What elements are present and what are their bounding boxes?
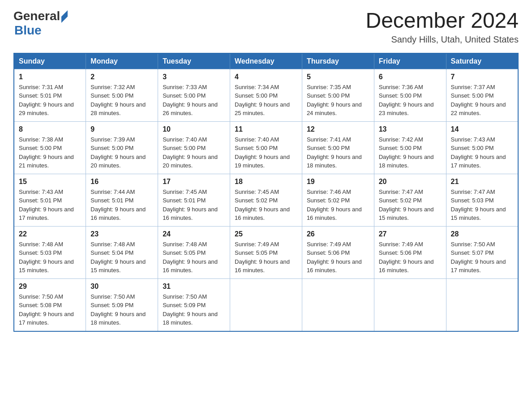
day-info: Sunrise: 7:48 AMSunset: 5:05 PMDaylight:… xyxy=(163,241,218,274)
day-info: Sunrise: 7:50 AMSunset: 5:08 PMDaylight:… xyxy=(19,293,74,326)
day-number: 8 xyxy=(19,125,81,133)
calendar-cell: 7 Sunrise: 7:37 AMSunset: 5:00 PMDayligh… xyxy=(446,69,518,121)
day-info: Sunrise: 7:36 AMSunset: 5:00 PMDaylight:… xyxy=(379,84,434,117)
day-info: Sunrise: 7:49 AMSunset: 5:05 PMDaylight:… xyxy=(235,241,290,274)
calendar-cell xyxy=(374,278,446,331)
calendar-cell: 30 Sunrise: 7:50 AMSunset: 5:09 PMDaylig… xyxy=(86,278,158,331)
day-info: Sunrise: 7:33 AMSunset: 5:00 PMDaylight:… xyxy=(163,84,218,117)
day-info: Sunrise: 7:42 AMSunset: 5:00 PMDaylight:… xyxy=(379,136,434,169)
calendar-cell: 21 Sunrise: 7:47 AMSunset: 5:03 PMDaylig… xyxy=(446,174,518,226)
day-info: Sunrise: 7:49 AMSunset: 5:06 PMDaylight:… xyxy=(379,241,434,274)
calendar-header-monday: Monday xyxy=(86,53,158,69)
month-title: December 2024 xyxy=(365,9,519,33)
day-info: Sunrise: 7:47 AMSunset: 5:03 PMDaylight:… xyxy=(451,188,506,222)
title-area: December 2024 Sandy Hills, Utah, United … xyxy=(365,9,519,45)
calendar-cell: 2 Sunrise: 7:32 AMSunset: 5:00 PMDayligh… xyxy=(86,69,158,121)
day-info: Sunrise: 7:40 AMSunset: 5:00 PMDaylight:… xyxy=(163,136,218,169)
location-subtitle: Sandy Hills, Utah, United States xyxy=(365,34,519,45)
day-number: 15 xyxy=(19,178,81,186)
calendar-cell: 23 Sunrise: 7:48 AMSunset: 5:04 PMDaylig… xyxy=(86,226,158,278)
day-number: 10 xyxy=(163,125,225,133)
day-info: Sunrise: 7:38 AMSunset: 5:00 PMDaylight:… xyxy=(19,136,74,169)
day-number: 24 xyxy=(163,230,225,238)
day-number: 23 xyxy=(90,230,153,238)
day-number: 20 xyxy=(379,178,442,186)
calendar-cell: 10 Sunrise: 7:40 AMSunset: 5:00 PMDaylig… xyxy=(158,121,230,174)
calendar-cell: 4 Sunrise: 7:34 AMSunset: 5:00 PMDayligh… xyxy=(230,69,302,121)
calendar-cell: 25 Sunrise: 7:49 AMSunset: 5:05 PMDaylig… xyxy=(230,226,302,278)
day-number: 26 xyxy=(307,230,369,238)
day-info: Sunrise: 7:32 AMSunset: 5:00 PMDaylight:… xyxy=(90,84,146,117)
calendar-cell: 9 Sunrise: 7:39 AMSunset: 5:00 PMDayligh… xyxy=(86,121,158,174)
day-number: 14 xyxy=(451,125,513,133)
calendar-header-friday: Friday xyxy=(374,53,446,69)
calendar-week-row: 15 Sunrise: 7:43 AMSunset: 5:01 PMDaylig… xyxy=(14,174,518,226)
logo-blue-text: Blue xyxy=(14,23,42,38)
day-number: 5 xyxy=(307,73,369,81)
calendar-cell xyxy=(302,278,374,331)
day-number: 31 xyxy=(163,283,225,291)
calendar-header-row: SundayMondayTuesdayWednesdayThursdayFrid… xyxy=(14,53,518,69)
day-number: 9 xyxy=(90,125,153,133)
day-info: Sunrise: 7:40 AMSunset: 5:00 PMDaylight:… xyxy=(235,136,290,169)
calendar-cell: 31 Sunrise: 7:50 AMSunset: 5:09 PMDaylig… xyxy=(158,278,230,331)
calendar-cell: 14 Sunrise: 7:43 AMSunset: 5:00 PMDaylig… xyxy=(446,121,518,174)
logo-triangle-bottom xyxy=(61,17,68,23)
calendar-header-tuesday: Tuesday xyxy=(158,53,230,69)
day-info: Sunrise: 7:43 AMSunset: 5:00 PMDaylight:… xyxy=(451,136,506,169)
day-number: 28 xyxy=(451,230,513,238)
day-number: 21 xyxy=(451,178,513,186)
logo-general-text: General xyxy=(13,9,60,23)
day-number: 12 xyxy=(307,125,369,133)
calendar-cell: 22 Sunrise: 7:48 AMSunset: 5:03 PMDaylig… xyxy=(14,226,86,278)
calendar-cell: 16 Sunrise: 7:44 AMSunset: 5:01 PMDaylig… xyxy=(86,174,158,226)
day-info: Sunrise: 7:50 AMSunset: 5:09 PMDaylight:… xyxy=(163,293,218,326)
calendar-header-saturday: Saturday xyxy=(446,53,518,69)
calendar-cell: 6 Sunrise: 7:36 AMSunset: 5:00 PMDayligh… xyxy=(374,69,446,121)
day-number: 7 xyxy=(451,73,513,81)
day-info: Sunrise: 7:41 AMSunset: 5:00 PMDaylight:… xyxy=(307,136,362,169)
calendar-cell: 28 Sunrise: 7:50 AMSunset: 5:07 PMDaylig… xyxy=(446,226,518,278)
day-number: 4 xyxy=(235,73,297,81)
day-info: Sunrise: 7:47 AMSunset: 5:02 PMDaylight:… xyxy=(379,188,434,222)
calendar-header-wednesday: Wednesday xyxy=(230,53,302,69)
calendar-cell: 11 Sunrise: 7:40 AMSunset: 5:00 PMDaylig… xyxy=(230,121,302,174)
calendar-week-row: 8 Sunrise: 7:38 AMSunset: 5:00 PMDayligh… xyxy=(14,121,518,174)
day-info: Sunrise: 7:45 AMSunset: 5:02 PMDaylight:… xyxy=(235,188,290,222)
calendar-cell: 24 Sunrise: 7:48 AMSunset: 5:05 PMDaylig… xyxy=(158,226,230,278)
day-number: 6 xyxy=(379,73,442,81)
day-info: Sunrise: 7:35 AMSunset: 5:00 PMDaylight:… xyxy=(307,84,362,117)
calendar-cell xyxy=(446,278,518,331)
day-number: 27 xyxy=(379,230,442,238)
day-info: Sunrise: 7:48 AMSunset: 5:03 PMDaylight:… xyxy=(19,241,74,274)
calendar-week-row: 29 Sunrise: 7:50 AMSunset: 5:08 PMDaylig… xyxy=(14,278,518,331)
calendar-cell: 17 Sunrise: 7:45 AMSunset: 5:01 PMDaylig… xyxy=(158,174,230,226)
calendar-cell: 13 Sunrise: 7:42 AMSunset: 5:00 PMDaylig… xyxy=(374,121,446,174)
calendar-cell: 3 Sunrise: 7:33 AMSunset: 5:00 PMDayligh… xyxy=(158,69,230,121)
calendar-cell: 12 Sunrise: 7:41 AMSunset: 5:00 PMDaylig… xyxy=(302,121,374,174)
day-number: 1 xyxy=(19,73,81,81)
logo: General Blue xyxy=(13,9,68,38)
calendar-cell: 19 Sunrise: 7:46 AMSunset: 5:02 PMDaylig… xyxy=(302,174,374,226)
day-number: 25 xyxy=(235,230,297,238)
day-info: Sunrise: 7:46 AMSunset: 5:02 PMDaylight:… xyxy=(307,188,362,222)
day-number: 17 xyxy=(163,178,225,186)
day-info: Sunrise: 7:43 AMSunset: 5:01 PMDaylight:… xyxy=(19,188,74,222)
day-info: Sunrise: 7:34 AMSunset: 5:00 PMDaylight:… xyxy=(235,84,290,117)
calendar-header-sunday: Sunday xyxy=(14,53,86,69)
day-info: Sunrise: 7:48 AMSunset: 5:04 PMDaylight:… xyxy=(90,241,146,274)
day-number: 2 xyxy=(90,73,153,81)
day-number: 3 xyxy=(163,73,225,81)
calendar-week-row: 1 Sunrise: 7:31 AMSunset: 5:01 PMDayligh… xyxy=(14,69,518,121)
day-number: 13 xyxy=(379,125,442,133)
day-number: 30 xyxy=(90,283,153,291)
day-info: Sunrise: 7:44 AMSunset: 5:01 PMDaylight:… xyxy=(90,188,146,222)
day-info: Sunrise: 7:45 AMSunset: 5:01 PMDaylight:… xyxy=(163,188,218,222)
calendar-cell xyxy=(230,278,302,331)
day-number: 29 xyxy=(19,283,81,291)
calendar-cell: 1 Sunrise: 7:31 AMSunset: 5:01 PMDayligh… xyxy=(14,69,86,121)
calendar-cell: 27 Sunrise: 7:49 AMSunset: 5:06 PMDaylig… xyxy=(374,226,446,278)
page-header: General Blue December 2024 Sandy Hills, … xyxy=(13,9,519,45)
day-number: 11 xyxy=(235,125,297,133)
calendar-cell: 15 Sunrise: 7:43 AMSunset: 5:01 PMDaylig… xyxy=(14,174,86,226)
